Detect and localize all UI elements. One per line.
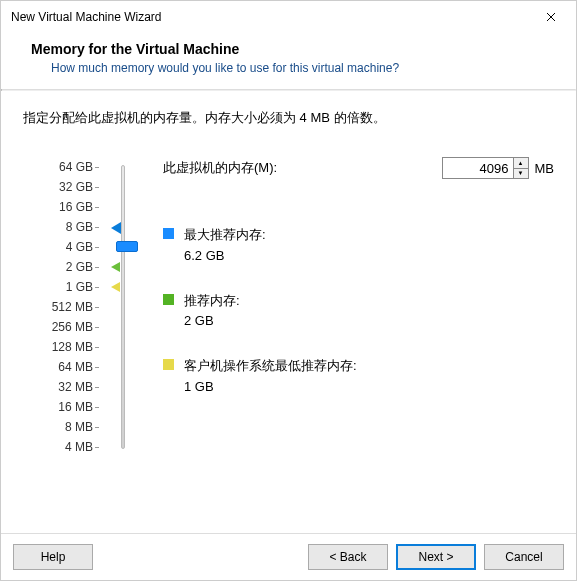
legend-max-value: 6.2 GB — [184, 246, 266, 267]
legend-max-text: 最大推荐内存: 6.2 GB — [184, 225, 266, 267]
slider-track-line — [121, 165, 125, 449]
wizard-footer: Help < Back Next > Cancel — [1, 533, 576, 580]
help-button[interactable]: Help — [13, 544, 93, 570]
tick-label: 4 GB — [23, 237, 93, 257]
min-marker-icon — [111, 282, 120, 292]
legend-min-value: 1 GB — [184, 377, 357, 398]
yellow-swatch-icon — [163, 359, 174, 370]
tick-label: 512 MB — [23, 297, 93, 317]
legend-min-label: 客户机操作系统最低推荐内存: — [184, 356, 357, 377]
memory-area: 64 GB 32 GB 16 GB 8 GB 4 GB 2 GB 1 GB 51… — [23, 157, 554, 457]
memory-input-label: 此虚拟机的内存(M): — [163, 159, 442, 177]
tick-label: 8 MB — [23, 417, 93, 437]
window-title: New Virtual Machine Wizard — [11, 10, 162, 24]
tick-label: 256 MB — [23, 317, 93, 337]
tick-label: 32 GB — [23, 177, 93, 197]
page-title: Memory for the Virtual Machine — [31, 41, 546, 57]
memory-spinner[interactable]: ▲ ▼ — [442, 157, 529, 179]
next-button[interactable]: Next > — [396, 544, 476, 570]
legend-rec-text: 推荐内存: 2 GB — [184, 291, 240, 333]
close-icon — [546, 12, 556, 22]
legend-max-label: 最大推荐内存: — [184, 225, 266, 246]
memory-slider[interactable] — [113, 157, 143, 457]
cancel-button[interactable]: Cancel — [484, 544, 564, 570]
recommended-marker-icon — [111, 262, 120, 272]
legend-max: 最大推荐内存: 6.2 GB — [163, 225, 554, 267]
tick-label: 64 GB — [23, 157, 93, 177]
tick-label: 4 MB — [23, 437, 93, 457]
back-button[interactable]: < Back — [308, 544, 388, 570]
content-area: 指定分配给此虚拟机的内存量。内存大小必须为 4 MB 的倍数。 64 GB 32… — [1, 91, 576, 533]
memory-scale: 64 GB 32 GB 16 GB 8 GB 4 GB 2 GB 1 GB 51… — [23, 157, 93, 457]
green-swatch-icon — [163, 294, 174, 305]
spinner-up-button[interactable]: ▲ — [514, 158, 528, 169]
tick-label: 16 GB — [23, 197, 93, 217]
spinner-down-button[interactable]: ▼ — [514, 169, 528, 179]
legend-min: 客户机操作系统最低推荐内存: 1 GB — [163, 356, 554, 398]
instruction-text: 指定分配给此虚拟机的内存量。内存大小必须为 4 MB 的倍数。 — [23, 109, 554, 127]
memory-input-row: 此虚拟机的内存(M): ▲ ▼ MB — [163, 157, 554, 179]
legend-recommended: 推荐内存: 2 GB — [163, 291, 554, 333]
wizard-header: Memory for the Virtual Machine How much … — [1, 33, 576, 89]
tick-label: 64 MB — [23, 357, 93, 377]
memory-input[interactable] — [443, 158, 513, 178]
legend-rec-value: 2 GB — [184, 311, 240, 332]
spinner-buttons: ▲ ▼ — [513, 158, 528, 178]
close-button[interactable] — [536, 7, 566, 27]
memory-unit: MB — [535, 161, 555, 176]
tick-label: 1 GB — [23, 277, 93, 297]
legend-rec-label: 推荐内存: — [184, 291, 240, 312]
legend-min-text: 客户机操作系统最低推荐内存: 1 GB — [184, 356, 357, 398]
wizard-window: New Virtual Machine Wizard Memory for th… — [0, 0, 577, 581]
page-subtitle: How much memory would you like to use fo… — [31, 61, 546, 75]
slider-thumb[interactable] — [116, 241, 138, 252]
max-marker-icon — [111, 222, 121, 234]
tick-label: 128 MB — [23, 337, 93, 357]
info-column: 此虚拟机的内存(M): ▲ ▼ MB 最大推荐内存: 6.2 GB — [163, 157, 554, 457]
titlebar: New Virtual Machine Wizard — [1, 1, 576, 33]
tick-label: 8 GB — [23, 217, 93, 237]
tick-label: 16 MB — [23, 397, 93, 417]
blue-swatch-icon — [163, 228, 174, 239]
tick-label: 2 GB — [23, 257, 93, 277]
tick-label: 32 MB — [23, 377, 93, 397]
